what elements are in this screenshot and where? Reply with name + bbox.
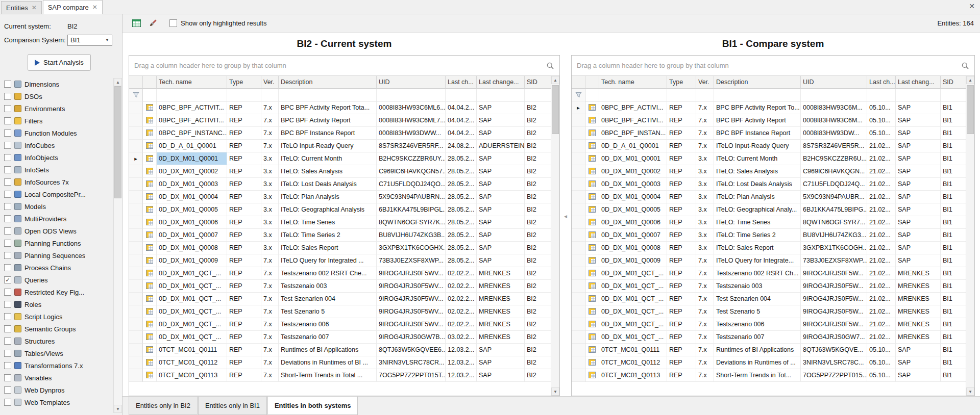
cell-sid[interactable]: BI1 [941,254,966,267]
tree-item-transformations-7-x[interactable]: Transformations 7.x [4,359,113,372]
table-row[interactable]: 0D_DX_M01_QCT_...REP7.xTestszenario 002 … [129,267,551,280]
comparison-system-select[interactable]: BI1 ▼ [67,35,112,46]
cell-uid[interactable]: 9IROG4JRJS0GW7... [801,331,867,344]
cell-ver[interactable]: 3.x [696,216,714,229]
cell-last-ch[interactable]: 21.02... [867,293,896,305]
cell-ver[interactable]: 3.x [261,165,279,178]
group-by-panel[interactable]: Drag a column header here to group by th… [572,56,974,76]
cell-last-ch[interactable]: 28.05.2... [446,178,477,191]
tree-item-infoobjects[interactable]: InfoObjects [4,151,113,164]
vertical-scrollbar[interactable]: ▲ ▼ [966,76,974,396]
cell-sid[interactable]: BI2 [525,229,551,242]
cell-sid[interactable]: BI2 [525,369,551,382]
cell-ver[interactable]: 7.x [696,127,714,140]
cell-type[interactable]: REP [227,305,261,318]
cell-last-chang[interactable]: SAP [896,369,941,382]
cell-last-ch[interactable]: 02.02.2... [446,267,477,280]
cell-tech-name[interactable]: 0BPC_BPF_ACTIVIT... [157,101,227,114]
cell-last-chang[interactable]: SAP [896,356,941,369]
cell-uid[interactable]: 8QWTN6OGFSYR7K... [377,216,446,229]
cell-last-ch[interactable]: 02.02.2... [446,318,477,331]
cell-last-change[interactable]: MRENKES [477,280,525,293]
cell-uid[interactable]: 9IROG4JRJS0GW7B... [377,331,446,344]
cell-tech-name[interactable]: 0D_DX_M01_QCT_... [599,305,667,318]
cell-last-chang[interactable]: SAP [896,152,941,165]
scrollbar-thumb[interactable] [114,86,121,198]
cell-sid[interactable]: BI1 [941,165,966,178]
tree-item-checkbox[interactable] [4,338,11,345]
cell-last-chang[interactable]: SAP [896,140,941,152]
filter-cell[interactable] [477,89,525,101]
cell-type[interactable]: REP [227,242,261,254]
cell-description[interactable]: Runtimes of BI Applications [279,344,377,356]
cell-sid[interactable]: BI2 [525,114,551,127]
cell-ver[interactable]: 3.x [696,165,714,178]
cell-sid[interactable]: BI2 [525,127,551,140]
cell-description[interactable]: BPC BPF Instance Report [714,127,801,140]
cell-last-ch[interactable]: 05.10... [867,101,896,114]
cell-ver[interactable]: 7.x [261,114,279,127]
cell-last-chang[interactable]: MRENKES [896,318,941,331]
cell-type[interactable]: REP [227,356,261,369]
column-header-last-change[interactable]: Last change... [477,76,525,89]
table-row[interactable]: 0BPC_BPF_INSTANC...REP7.xBPC BPF Instanc… [129,127,551,140]
cell-tech-name[interactable]: 0BPC_BPF_ACTIVI... [599,114,667,127]
cell-last-change[interactable]: SAP [477,191,525,203]
tree-item-checkbox[interactable] [4,142,11,149]
table-row[interactable]: 0D_DX_M01_Q0004REP3.xITeLO: Plan Analysi… [129,191,551,203]
cell-sid[interactable]: BI1 [941,356,966,369]
tree-item-filters[interactable]: Filters [4,115,113,127]
cell-ver[interactable]: 7.x [261,127,279,140]
cell-last-ch[interactable]: 24.08.2... [446,140,477,152]
tree-item-checkbox[interactable] [4,178,11,186]
cell-type[interactable]: REP [667,140,696,152]
cell-ver[interactable]: 3.x [696,178,714,191]
tree-item-planning-sequences[interactable]: Planning Sequences [4,249,113,262]
column-header-sid[interactable]: SID [525,76,551,89]
cell-uid[interactable]: B2HC9SKCZZBR6UY... [377,152,446,165]
cell-type[interactable]: REP [227,191,261,203]
cell-last-chang[interactable]: SAP [896,254,941,267]
tree-item-checkbox[interactable] [4,350,11,357]
cell-tech-name[interactable]: 0TCT_MC01_Q0112 [599,356,667,369]
cell-tech-name[interactable]: 0D_DX_M01_Q0005 [157,203,227,216]
highlight-brush-icon[interactable] [147,18,158,29]
cell-sid[interactable]: BI2 [525,203,551,216]
tree-item-semantic-groups[interactable]: Semantic Groups [4,323,113,335]
tab-entities[interactable]: Entities ✕ [1,1,42,14]
bottom-tab-entities-only-in-bi1[interactable]: Entities only in BI1 [198,397,267,415]
cell-last-change[interactable]: SAP [477,127,525,140]
cell-last-ch[interactable]: 05.10... [867,369,896,382]
cell-tech-name[interactable]: 0TCT_MC01_Q0111 [599,344,667,356]
table-row[interactable]: 0BPC_BPF_INSTAN...REP7.xBPC BPF Instance… [572,127,966,140]
cell-last-ch[interactable]: 05.10... [867,127,896,140]
cell-description[interactable]: ITeLO: Time Series [279,216,377,229]
cell-tech-name[interactable]: 0D_DX_M01_QCT_... [599,318,667,331]
cell-type[interactable]: REP [227,267,261,280]
column-header-tech-name[interactable]: Tech. name [599,76,667,89]
table-row[interactable]: 0D_DX_M01_QCT_...REP7.xTest Szenario 59I… [572,305,966,318]
cell-ver[interactable]: 7.x [696,101,714,114]
column-header-last-ch[interactable]: Last ch... [867,76,896,89]
cell-last-ch[interactable]: 12.03.2... [446,356,477,369]
close-icon[interactable]: ✕ [969,3,975,10]
tree-item-infosets[interactable]: InfoSets [4,164,113,176]
tree-item-planning-functions[interactable]: Planning Functions [4,237,113,249]
cell-last-ch[interactable]: 28.05.2... [446,229,477,242]
cell-type[interactable]: REP [227,165,261,178]
column-header-ver[interactable]: Ver. [696,76,714,89]
column-header-last-ch[interactable]: Last ch... [446,76,477,89]
cell-sid[interactable]: BI1 [941,242,966,254]
cell-uid[interactable]: BU8VIJH6U74ZKG3B... [377,229,446,242]
cell-tech-name[interactable]: 0BPC_BPF_ACTIVIT... [157,114,227,127]
cell-description[interactable]: ITeLO Query for Integrate... [714,254,801,267]
cell-type[interactable]: REP [667,216,696,229]
cell-tech-name[interactable]: 0D_DX_M01_QCT_... [599,293,667,305]
cell-last-ch[interactable]: 21.02... [867,191,896,203]
cell-last-ch[interactable]: 21.02... [867,203,896,216]
cell-sid[interactable]: BI1 [941,127,966,140]
cell-sid[interactable]: BI1 [941,280,966,293]
cell-last-change[interactable]: MRENKES [477,293,525,305]
search-icon[interactable] [546,62,554,70]
cell-tech-name[interactable]: 0BPC_BPF_INSTAN... [599,127,667,140]
